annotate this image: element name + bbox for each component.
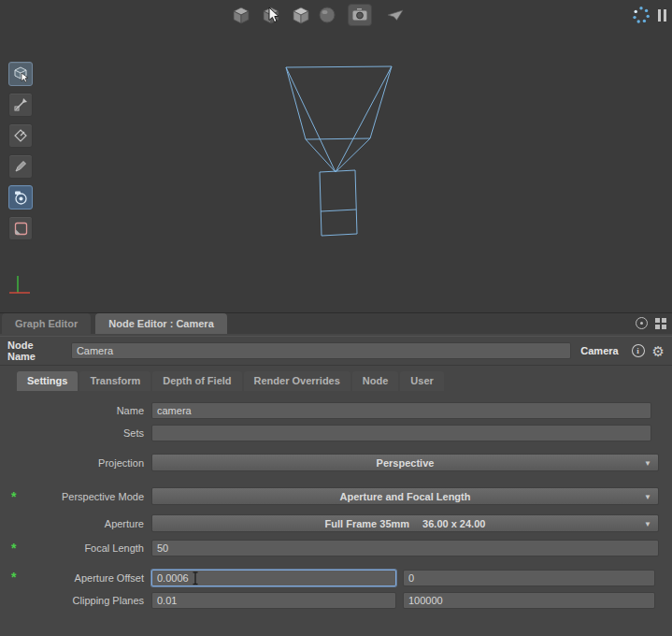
node-name-label: Node Name bbox=[7, 340, 64, 362]
aperture-label: Aperture bbox=[0, 518, 151, 529]
tab-settings[interactable]: Settings bbox=[17, 371, 78, 391]
send-arrow-icon[interactable] bbox=[385, 4, 407, 26]
sets-input[interactable] bbox=[151, 425, 651, 441]
tab-user[interactable]: User bbox=[400, 371, 443, 391]
chevron-down-icon: ▼ bbox=[644, 458, 651, 467]
projection-label: Projection bbox=[0, 457, 151, 469]
row-perspective-mode: Perspective Mode Aperture and Focal Leng… bbox=[0, 487, 659, 505]
sphere-icon[interactable] bbox=[316, 4, 338, 26]
app-window: Graph Editor Node Editor : Camera Node N… bbox=[0, 0, 672, 636]
row-name: Name bbox=[0, 401, 651, 419]
projection-dropdown[interactable]: Perspective ▼ bbox=[151, 454, 659, 471]
cube-light-icon[interactable] bbox=[290, 4, 312, 26]
camera-tool[interactable] bbox=[8, 185, 33, 210]
perspective-mode-value: Aperture and Focal Length bbox=[340, 491, 471, 502]
target-icon[interactable] bbox=[636, 317, 648, 329]
tab-graph-editor[interactable]: Graph Editor bbox=[2, 313, 91, 334]
chevron-down-icon: ▼ bbox=[644, 519, 651, 528]
row-aperture-offset: Aperture Offset bbox=[0, 569, 655, 586]
name-label: Name bbox=[0, 405, 151, 416]
tab-node[interactable]: Node bbox=[352, 371, 399, 391]
status-area bbox=[632, 6, 666, 24]
node-editor-panel: Graph Editor Node Editor : Camera Node N… bbox=[0, 312, 672, 636]
node-name-input[interactable] bbox=[71, 342, 571, 359]
projection-value: Perspective bbox=[377, 457, 435, 469]
aperture-size-value: 36.00 x 24.00 bbox=[422, 518, 485, 529]
info-icon[interactable]: i bbox=[632, 344, 645, 357]
sets-label: Sets bbox=[0, 427, 151, 439]
attribute-tabs: Settings Transform Depth of Field Render… bbox=[17, 371, 444, 391]
clipping-far-input[interactable] bbox=[403, 592, 655, 609]
node-name-row: Node Name Camera i ⚙ bbox=[0, 336, 672, 366]
clipping-planes-label: Clipping Planes bbox=[0, 595, 151, 606]
focal-length-input[interactable] bbox=[151, 540, 659, 556]
row-clipping-planes: Clipping Planes bbox=[0, 591, 655, 609]
cube-select-icon[interactable] bbox=[260, 4, 282, 26]
aperture-format-value: Full Frame 35mm bbox=[325, 518, 409, 529]
aperture-offset-label: Aperture Offset bbox=[0, 572, 151, 584]
clipping-near-input[interactable] bbox=[151, 592, 396, 609]
perspective-mode-label: Perspective Mode bbox=[0, 491, 151, 502]
cube-solid-icon[interactable] bbox=[230, 4, 252, 26]
panel-tabstrip: Graph Editor Node Editor : Camera bbox=[0, 313, 672, 334]
transform-tool[interactable] bbox=[8, 93, 33, 117]
gear-icon[interactable]: ⚙ bbox=[652, 344, 665, 358]
row-projection: Projection Perspective ▼ bbox=[0, 454, 659, 471]
rotate-tool[interactable] bbox=[8, 123, 33, 148]
camera-wireframe bbox=[0, 0, 672, 313]
chevron-down-icon: ▼ bbox=[644, 492, 651, 500]
aperture-offset-x-input[interactable] bbox=[151, 570, 396, 586]
pencil-tool[interactable] bbox=[8, 154, 33, 179]
viewport-toolbar bbox=[230, 4, 407, 26]
focal-length-label: Focal Length bbox=[0, 542, 151, 554]
grid-layout-icon[interactable] bbox=[655, 318, 666, 329]
row-focal-length: Focal Length bbox=[0, 539, 659, 556]
pause-icon[interactable] bbox=[658, 9, 666, 22]
perspective-mode-dropdown[interactable]: Aperture and Focal Length ▼ bbox=[151, 487, 659, 505]
tab-transform[interactable]: Transform bbox=[79, 371, 150, 391]
tab-node-editor-camera[interactable]: Node Editor : Camera bbox=[95, 313, 226, 334]
node-type-label: Camera bbox=[580, 345, 618, 356]
aperture-dropdown[interactable]: Full Frame 35mm 36.00 x 24.00 ▼ bbox=[151, 514, 659, 532]
tab-render-overrides[interactable]: Render Overrides bbox=[244, 371, 350, 391]
tool-column bbox=[8, 62, 33, 240]
tab-depth-of-field[interactable]: Depth of Field bbox=[152, 371, 241, 391]
row-aperture: Aperture Full Frame 35mm 36.00 x 24.00 ▼ bbox=[0, 514, 659, 532]
axis-gizmo bbox=[7, 273, 34, 297]
render-region-tool[interactable] bbox=[8, 216, 33, 240]
snapshot-camera-icon[interactable] bbox=[348, 4, 372, 26]
select-tool[interactable] bbox=[8, 62, 33, 86]
aperture-offset-y-input[interactable] bbox=[403, 570, 655, 586]
network-spinner-icon bbox=[632, 6, 651, 24]
name-input[interactable] bbox=[151, 402, 651, 419]
row-sets: Sets bbox=[0, 424, 651, 441]
